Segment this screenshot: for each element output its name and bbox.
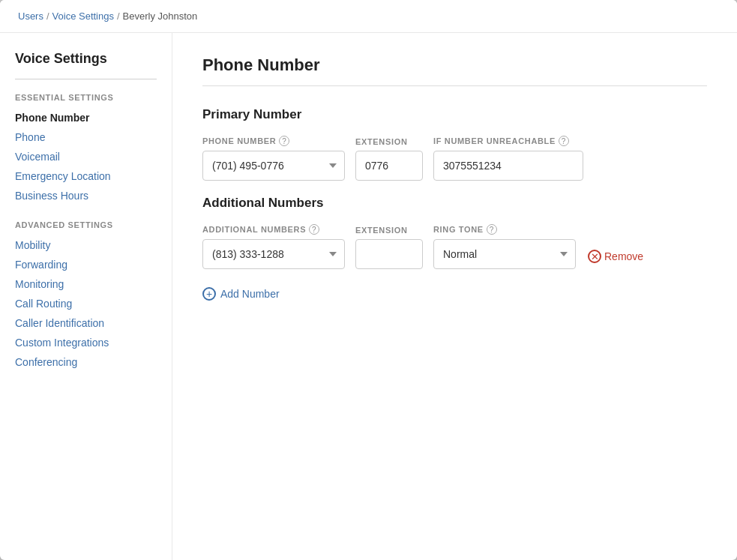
primary-extension-input[interactable] [355,151,423,181]
remove-button[interactable]: ✕ Remove [586,247,645,269]
unreachable-input[interactable] [433,151,583,181]
additional-extension-label: Extension [355,226,423,235]
sidebar-item-business-hours[interactable]: Business Hours [15,186,157,205]
add-number-label: Add Number [220,288,280,300]
primary-number-section: Primary Number Phone Number ? (701) 495-… [202,107,707,181]
sidebar-item-caller-id[interactable]: Caller Identification [15,313,157,333]
breadcrumb-users[interactable]: Users [18,10,43,22]
remove-circle-icon: ✕ [588,250,601,263]
sidebar-item-mobility[interactable]: Mobility [15,235,157,255]
additional-form-row: Additional Numbers ? (813) 333-1288 (701… [202,224,707,269]
unreachable-label: If Number Unreachable ? [433,136,583,146]
breadcrumb-bar: Users / Voice Settings / Beverly Johnsto… [0,0,737,33]
primary-form-row: Phone Number ? (701) 495-0776 (813) 333-… [202,136,707,181]
app-window: Users / Voice Settings / Beverly Johnsto… [0,0,737,560]
sidebar-item-call-routing[interactable]: Call Routing [15,294,157,313]
ring-tone-group: Ring Tone ? Normal Ring 1 Ring 2 Ring 3 [433,224,576,269]
remove-label: Remove [604,250,643,262]
breadcrumb-current: Beverly Johnston [123,10,198,22]
sidebar-item-phone[interactable]: Phone [15,127,157,147]
essential-section: Essential Settings Phone Number Phone Vo… [15,93,157,205]
additional-phone-select[interactable]: (813) 333-1288 (701) 495-0776 (555) 000-… [202,239,345,269]
advanced-section-label: Advanced Settings [15,220,157,229]
sidebar-title: Voice Settings [15,51,157,67]
additional-numbers-section: Additional Numbers Additional Numbers ? … [202,196,707,304]
phone-number-select[interactable]: (701) 495-0776 (813) 333-1288 (555) 000-… [202,151,345,181]
add-number-button[interactable]: + Add Number [202,284,280,304]
sidebar-item-phone-number[interactable]: Phone Number [15,108,157,127]
advanced-section: Advanced Settings Mobility Forwarding Mo… [15,220,157,372]
additional-section-title: Additional Numbers [202,196,707,211]
sidebar-item-forwarding[interactable]: Forwarding [15,255,157,274]
additional-extension-input[interactable] [355,239,423,269]
primary-extension-label: Extension [355,137,423,146]
additional-phone-label: Additional Numbers ? [202,224,345,235]
breadcrumb: Users / Voice Settings / Beverly Johnsto… [18,10,719,22]
add-number-icon: + [202,287,216,301]
sidebar: Voice Settings Essential Settings Phone … [0,33,172,560]
ring-tone-select[interactable]: Normal Ring 1 Ring 2 Ring 3 [433,239,576,269]
breadcrumb-voice-settings[interactable]: Voice Settings [52,10,114,22]
unreachable-group: If Number Unreachable ? [433,136,583,181]
primary-extension-group: Extension [355,137,423,181]
sidebar-item-monitoring[interactable]: Monitoring [15,274,157,294]
additional-extension-group: Extension [355,226,423,269]
additional-phone-help-icon[interactable]: ? [309,224,319,235]
main-layout: Voice Settings Essential Settings Phone … [0,33,737,560]
ring-tone-label: Ring Tone ? [433,224,576,235]
page-title: Phone Number [202,55,707,75]
phone-number-group: Phone Number ? (701) 495-0776 (813) 333-… [202,136,345,181]
essential-section-label: Essential Settings [15,93,157,102]
phone-number-label: Phone Number ? [202,136,345,146]
sidebar-item-conferencing[interactable]: Conferencing [15,352,157,372]
ring-tone-help-icon[interactable]: ? [487,224,497,235]
sidebar-item-emergency-location[interactable]: Emergency Location [15,166,157,186]
main-content: Phone Number Primary Number Phone Number… [172,33,737,560]
phone-number-help-icon[interactable]: ? [279,136,289,146]
sidebar-item-custom-integrations[interactable]: Custom Integrations [15,333,157,352]
sidebar-divider [15,79,157,79]
breadcrumb-sep-1: / [46,10,49,22]
primary-section-title: Primary Number [202,107,707,122]
sidebar-item-voicemail[interactable]: Voicemail [15,147,157,166]
unreachable-help-icon[interactable]: ? [559,136,569,146]
additional-phone-group: Additional Numbers ? (813) 333-1288 (701… [202,224,345,269]
content-divider [202,85,707,86]
breadcrumb-sep-2: / [117,10,120,22]
